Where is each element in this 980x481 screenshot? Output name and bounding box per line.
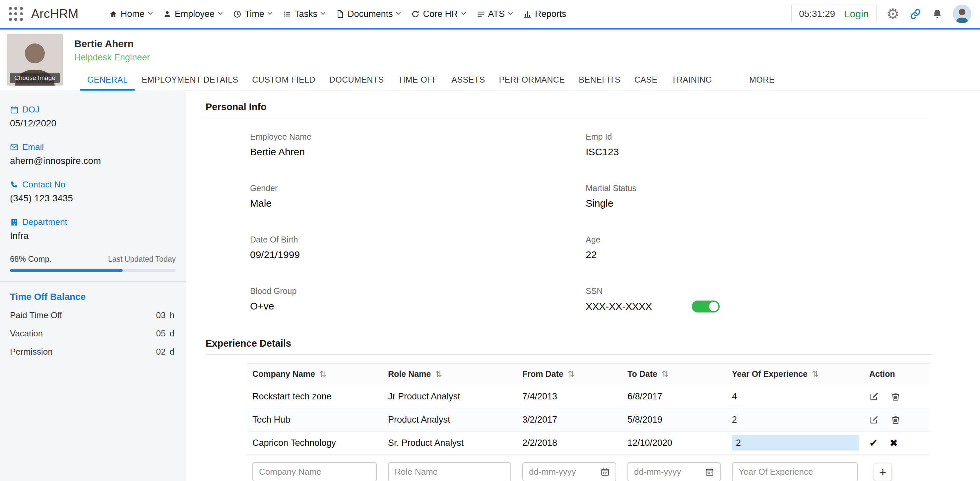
contact-value: (345) 123 3435	[10, 193, 176, 204]
nav-item-employee[interactable]: Employee	[163, 9, 222, 19]
app-launcher-icon[interactable]	[9, 6, 23, 21]
tab-performance[interactable]: PERFORMANCE	[492, 75, 572, 91]
ssn-mask-toggle[interactable]	[692, 301, 720, 312]
column-header-from-date[interactable]: From Date⇅	[517, 369, 622, 379]
company-name-input[interactable]	[252, 462, 377, 481]
experience-table-header: Company Name⇅ Role Name⇅ From Date⇅ To D…	[247, 363, 930, 385]
doj-label-row[interactable]: DOJ	[10, 105, 176, 115]
from-date-input[interactable]: dd-mm-yyyy	[522, 462, 616, 481]
login-button[interactable]: Login	[844, 8, 869, 19]
cell-years: 2	[727, 415, 864, 425]
tab-employment-details[interactable]: EMPLOYMENT DETAILS	[135, 75, 245, 91]
experience-details-title: Experience Details	[205, 338, 932, 349]
sort-icon[interactable]: ⇅	[319, 369, 326, 379]
tab-time-off[interactable]: TIME OFF	[391, 75, 445, 91]
time-off-value: 03	[156, 310, 166, 320]
nav-item-documents[interactable]: Documents	[336, 9, 400, 19]
nav-item-reports[interactable]: Reports	[523, 9, 566, 19]
field-martial-status: Martial Status Single	[585, 183, 932, 209]
delete-row-button[interactable]	[891, 415, 900, 425]
cell-role: Jr Product Analyst	[383, 392, 517, 402]
settings-gear-icon[interactable]: ⚙	[886, 6, 899, 21]
user-avatar[interactable]	[953, 5, 971, 23]
nav-item-tasks[interactable]: Tasks	[283, 9, 325, 19]
table-row: Rockstart tech zone Jr Product Analyst 7…	[247, 385, 930, 408]
column-header-years[interactable]: Year Of Experience⇅	[727, 369, 864, 379]
nav-item-label: Reports	[535, 9, 566, 19]
navbar-right: 05:31:29 Login ⚙	[791, 5, 971, 23]
chevron-down-icon	[508, 10, 513, 15]
cell-company: Tech Hub	[247, 415, 383, 425]
sidebar-item-email: Email ahern@innospire.com	[10, 142, 176, 166]
calendar-icon[interactable]	[705, 467, 714, 476]
nav-item-time[interactable]: Time	[233, 9, 272, 19]
cell-from-date: 7/4/2013	[517, 392, 622, 402]
column-header-company[interactable]: Company Name⇅	[247, 369, 383, 379]
delete-row-button[interactable]	[891, 392, 900, 401]
time-off-label: Permission	[10, 347, 53, 357]
completion-progress-fill	[10, 269, 123, 272]
edit-row-button[interactable]	[869, 392, 879, 401]
nav-item-label: Time	[245, 9, 264, 19]
field-date-of-birth: Date Of Birth 09/21/1999	[250, 235, 585, 260]
cell-role: Sr. Product Analyst	[383, 438, 517, 448]
time-off-row-paid: Paid Time Off 03h	[10, 310, 176, 320]
sort-icon[interactable]: ⇅	[568, 369, 575, 379]
tab-training[interactable]: TRAINING	[664, 75, 719, 91]
contact-label-row[interactable]: Contact No	[10, 180, 176, 190]
sort-icon[interactable]: ⇅	[662, 369, 668, 379]
role-name-input[interactable]	[388, 462, 511, 481]
department-icon	[10, 218, 19, 226]
sidebar-item-contact: Contact No (345) 123 3435	[10, 180, 176, 204]
tab-documents[interactable]: DOCUMENTS	[322, 75, 391, 91]
column-header-to-date[interactable]: To Date⇅	[622, 369, 727, 379]
tab-benefits[interactable]: BENEFITS	[572, 75, 627, 91]
link-icon[interactable]	[909, 8, 922, 20]
sort-icon[interactable]: ⇅	[812, 369, 819, 379]
app-logo[interactable]: ArcHRM	[31, 7, 79, 21]
years-of-experience-input[interactable]	[732, 462, 858, 481]
add-experience-button[interactable]: +	[874, 463, 892, 481]
tab-general[interactable]: GENERAL	[80, 75, 135, 91]
to-date-input[interactable]: dd-mm-yyyy	[627, 462, 721, 481]
column-header-role[interactable]: Role Name⇅	[383, 369, 517, 379]
nav-item-label: Employee	[175, 9, 215, 19]
nav-item-core-hr[interactable]: Core HR	[411, 9, 465, 19]
personal-info-fields: Employee Name Bertie Ahren Emp Id ISC123…	[250, 132, 932, 338]
edit-row-button[interactable]	[869, 415, 879, 425]
employee-tabs: GENERAL EMPLOYMENT DETAILS CUSTOM FIELD …	[80, 75, 782, 91]
cell-to-date: 6/8/2017	[622, 392, 727, 402]
top-navbar: ArcHRM Home Employee Time Tasks Document…	[0, 0, 980, 30]
email-label-row[interactable]: Email	[10, 142, 176, 152]
nav-item-home[interactable]: Home	[109, 9, 152, 19]
nav-item-ats[interactable]: ATS	[477, 9, 512, 19]
cell-from-date: 3/2/2017	[517, 415, 622, 425]
notifications-bell-icon[interactable]	[932, 8, 943, 19]
nav-item-label: Core HR	[423, 9, 458, 19]
profile-completion: 68% Comp. Last Updated Today	[10, 255, 176, 264]
time-off-label: Vacation	[10, 328, 43, 339]
ats-icon	[477, 10, 485, 18]
chevron-down-icon	[148, 10, 153, 15]
nav-item-label: Tasks	[294, 9, 317, 19]
field-age: Age 22	[585, 235, 932, 260]
tab-case[interactable]: CASE	[627, 75, 665, 91]
tab-assets[interactable]: ASSETS	[444, 75, 492, 91]
tasks-icon	[283, 10, 291, 18]
cell-company: Rockstart tech zone	[247, 392, 383, 402]
calendar-icon[interactable]	[601, 467, 609, 476]
department-label-row[interactable]: Department	[10, 217, 176, 227]
reports-icon	[523, 10, 531, 18]
time-off-unit: d	[170, 347, 175, 357]
choose-image-button[interactable]: Choose Image	[10, 73, 60, 83]
confirm-edit-button[interactable]: ✔	[869, 437, 878, 449]
cancel-edit-button[interactable]: ✖	[889, 437, 898, 449]
sort-icon[interactable]: ⇅	[435, 369, 442, 379]
employee-title: Helpdesk Engineer	[74, 53, 150, 63]
years-edit-input[interactable]: 2	[732, 435, 859, 451]
completion-updated-label: Last Updated Today	[108, 255, 176, 264]
table-row-editing: Capricon Technology Sr. Product Analyst …	[247, 432, 930, 455]
tab-more[interactable]: MORE	[742, 75, 782, 91]
session-timer-box: 05:31:29 Login	[791, 5, 876, 23]
tab-custom-field[interactable]: CUSTOM FIELD	[245, 75, 322, 91]
